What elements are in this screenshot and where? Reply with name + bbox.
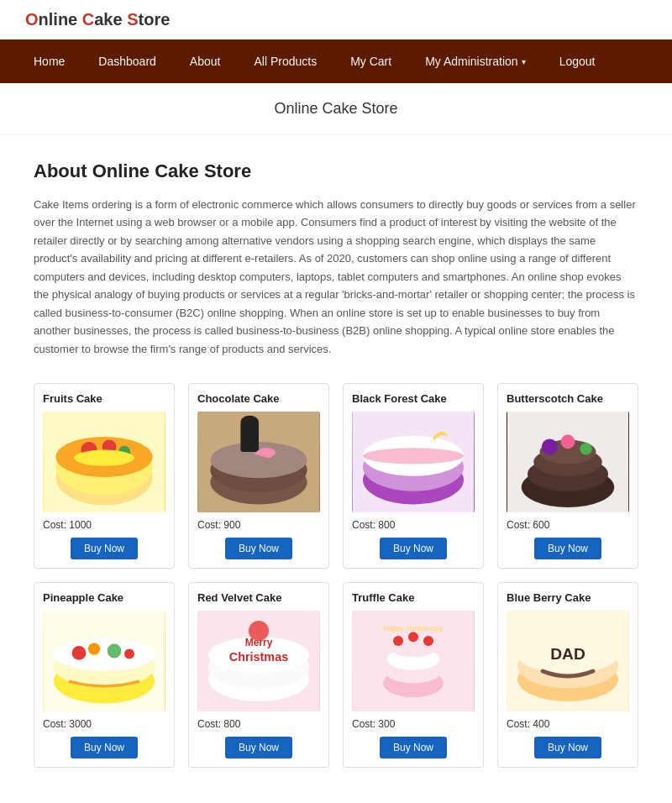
svg-point-25 (561, 435, 575, 449)
product-image (43, 412, 165, 512)
buy-now-button[interactable]: Buy Now (225, 737, 292, 758)
svg-text:Happy Anniversary: Happy Anniversary (384, 624, 444, 632)
product-cost: Cost: 800 (352, 519, 475, 531)
product-cost: Cost: 300 (352, 718, 475, 730)
svg-point-48 (408, 632, 418, 642)
dropdown-arrow-icon: ▾ (522, 57, 526, 66)
product-card: Truffle Cake Happy Anniversary Cost: 300… (343, 582, 484, 768)
product-image (507, 412, 629, 512)
about-text: Cake Items ordering is a form of electro… (34, 196, 638, 358)
product-image: DAD (507, 611, 629, 711)
nav-home[interactable]: Home (17, 39, 81, 83)
svg-point-32 (88, 643, 100, 654)
product-card: Fruits Cake Cost: 1000 Buy Now (34, 383, 175, 569)
product-card: Black Forest Cake Cost: 800 Buy Now (343, 383, 484, 569)
product-name: Red Velvet Cake (197, 591, 320, 604)
svg-point-31 (72, 646, 87, 660)
product-image (352, 412, 475, 512)
svg-text:DAD: DAD (550, 645, 585, 663)
svg-point-18 (363, 448, 464, 464)
product-cost: Cost: 600 (507, 519, 629, 531)
product-name: Chocolate Cake (197, 392, 320, 405)
product-card: Chocolate Cake Cost: 900 Buy Now (188, 383, 329, 569)
product-card: Pineapple Cake Cost: 3000 Buy Now (34, 582, 175, 768)
svg-point-34 (124, 649, 134, 659)
logo-text: Online Cake Store (25, 10, 170, 29)
buy-now-button[interactable]: Buy Now (380, 737, 447, 758)
buy-now-button[interactable]: Buy Now (380, 538, 447, 559)
nav-dashboard[interactable]: Dashboard (81, 39, 173, 83)
nav-logout[interactable]: Logout (543, 39, 612, 83)
svg-point-13 (240, 416, 259, 428)
products-grid-row2: Pineapple Cake Cost: 3000 Buy Now Red Ve… (34, 582, 638, 768)
main-content: About Online Cake Store Cake Items order… (17, 135, 655, 803)
svg-point-33 (108, 644, 122, 659)
buy-now-button[interactable]: Buy Now (225, 538, 292, 559)
product-cost: Cost: 3000 (43, 718, 165, 730)
product-image: Happy Anniversary (352, 611, 475, 711)
svg-point-24 (542, 438, 558, 454)
product-name: Black Forest Cake (352, 392, 475, 405)
product-name: Pineapple Cake (43, 591, 165, 604)
about-title: About Online Cake Store (34, 160, 638, 182)
product-image: MerryChristmas (197, 611, 320, 711)
nav-administration[interactable]: My Administration ▾ (408, 39, 542, 83)
svg-point-49 (423, 636, 433, 646)
svg-point-47 (393, 636, 403, 646)
svg-point-26 (580, 443, 591, 454)
logo-letter-o: O (25, 10, 39, 29)
product-cost: Cost: 900 (197, 519, 320, 531)
product-name: Butterscotch Cake (507, 392, 629, 405)
svg-point-41 (249, 621, 269, 641)
products-grid-row1: Fruits Cake Cost: 1000 Buy Now Chocolate… (34, 383, 638, 569)
product-card: Butterscotch Cake Cost: 600 Buy Now (497, 383, 638, 569)
product-cost: Cost: 800 (197, 718, 320, 730)
logo-letter-c: C (82, 10, 94, 29)
svg-point-30 (54, 639, 155, 671)
page-title-bar: Online Cake Store (0, 83, 672, 135)
buy-now-button[interactable]: Buy Now (71, 538, 138, 559)
svg-point-7 (74, 450, 134, 466)
product-image (197, 412, 320, 512)
product-image (43, 611, 165, 711)
logo-letter-s: S (127, 10, 138, 29)
buy-now-button[interactable]: Buy Now (534, 737, 601, 758)
svg-text:Christmas: Christmas (229, 650, 288, 664)
site-logo: Online Cake Store (0, 0, 672, 39)
product-name: Blue Berry Cake (507, 591, 629, 604)
product-card: Blue Berry Cake DAD Cost: 400 Buy Now (497, 582, 638, 768)
main-nav: Home Dashboard About All Products My Car… (0, 39, 672, 83)
product-name: Truffle Cake (352, 591, 475, 604)
product-cost: Cost: 400 (507, 718, 629, 730)
nav-about[interactable]: About (173, 39, 238, 83)
nav-all-products[interactable]: All Products (237, 39, 333, 83)
product-name: Fruits Cake (43, 392, 165, 405)
buy-now-button[interactable]: Buy Now (534, 538, 601, 559)
page-title: Online Cake Store (274, 100, 397, 117)
product-card: Red Velvet Cake MerryChristmas Cost: 800… (188, 582, 329, 768)
nav-my-cart[interactable]: My Cart (333, 39, 408, 83)
buy-now-button[interactable]: Buy Now (71, 737, 138, 758)
product-cost: Cost: 1000 (43, 519, 165, 531)
